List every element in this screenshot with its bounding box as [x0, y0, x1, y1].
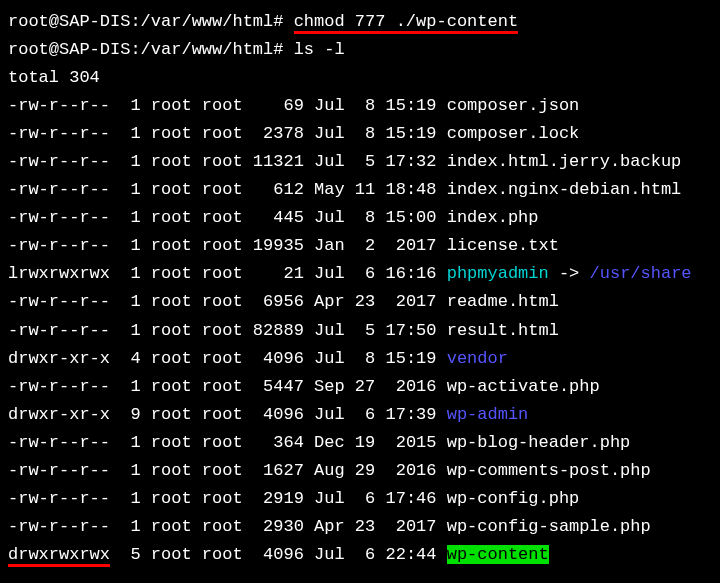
command-ls: ls -l	[294, 40, 345, 59]
file-name: readme.html	[447, 292, 559, 311]
file-name: index.nginx-debian.html	[447, 180, 682, 199]
prompt-user: root@SAP-DIS	[8, 12, 130, 31]
file-row: drwxr-xr-x 9 root root 4096 Jul 6 17:39 …	[8, 401, 712, 429]
file-row: -rw-r--r-- 1 root root 19935 Jan 2 2017 …	[8, 232, 712, 260]
file-meta: 1 root root 1627 Aug 29 2016	[110, 461, 447, 480]
symlink-target: /usr/share	[590, 264, 692, 283]
file-permissions: -rw-r--r--	[8, 461, 110, 480]
file-permissions: -rw-r--r--	[8, 433, 110, 452]
total-line: total 304	[8, 64, 712, 92]
file-name: index.html.jerry.backup	[447, 152, 682, 171]
file-meta: 5 root root 4096 Jul 6 22:44	[110, 545, 447, 564]
prompt-user: root@SAP-DIS	[8, 40, 130, 59]
file-name: vendor	[447, 349, 508, 368]
file-name: license.txt	[447, 236, 559, 255]
file-name: phpmyadmin	[447, 264, 549, 283]
file-permissions: lrwxrwxrwx	[8, 264, 110, 283]
file-name: wp-blog-header.php	[447, 433, 631, 452]
file-meta: 1 root root 6956 Apr 23 2017	[110, 292, 447, 311]
prompt-path: :/var/www/html#	[130, 12, 293, 31]
file-meta: 1 root root 445 Jul 8 15:00	[110, 208, 447, 227]
file-permissions: -rw-r--r--	[8, 517, 110, 536]
file-row: -rw-r--r-- 1 root root 2919 Jul 6 17:46 …	[8, 485, 712, 513]
file-permissions: -rw-r--r--	[8, 377, 110, 396]
file-permissions: drwxrwxrwx	[8, 545, 110, 567]
file-meta: 1 root root 2378 Jul 8 15:19	[110, 124, 447, 143]
file-permissions: drwxr-xr-x	[8, 405, 110, 424]
file-meta: 1 root root 5447 Sep 27 2016	[110, 377, 447, 396]
file-meta: 1 root root 612 May 11 18:48	[110, 180, 447, 199]
file-meta: 1 root root 69 Jul 8 15:19	[110, 96, 447, 115]
file-meta: 1 root root 21 Jul 6 16:16	[110, 264, 447, 283]
file-meta: 1 root root 364 Dec 19 2015	[110, 433, 447, 452]
file-meta: 1 root root 2930 Apr 23 2017	[110, 517, 447, 536]
file-meta: 1 root root 11321 Jul 5 17:32	[110, 152, 447, 171]
file-row: -rw-r--r-- 1 root root 1627 Aug 29 2016 …	[8, 457, 712, 485]
file-meta: 1 root root 2919 Jul 6 17:46	[110, 489, 447, 508]
file-permissions: -rw-r--r--	[8, 321, 110, 340]
file-row: -rw-r--r-- 1 root root 2378 Jul 8 15:19 …	[8, 120, 712, 148]
file-name: wp-activate.php	[447, 377, 600, 396]
file-row: drwxrwxrwx 5 root root 4096 Jul 6 22:44 …	[8, 541, 712, 569]
file-name: composer.lock	[447, 124, 580, 143]
file-name: wp-comments-post.php	[447, 461, 651, 480]
file-name: index.php	[447, 208, 539, 227]
file-row: -rw-r--r-- 1 root root 5447 Sep 27 2016 …	[8, 373, 712, 401]
file-row: -rw-r--r-- 1 root root 612 May 11 18:48 …	[8, 176, 712, 204]
file-row: -rw-r--r-- 1 root root 69 Jul 8 15:19 co…	[8, 92, 712, 120]
file-row: -rw-r--r-- 1 root root 6956 Apr 23 2017 …	[8, 288, 712, 316]
prompt-line-2: root@SAP-DIS:/var/www/html# ls -l	[8, 36, 712, 64]
file-permissions: -rw-r--r--	[8, 152, 110, 171]
prompt-line-1: root@SAP-DIS:/var/www/html# chmod 777 ./…	[8, 8, 712, 36]
file-permissions: -rw-r--r--	[8, 96, 110, 115]
file-name: wp-config.php	[447, 489, 580, 508]
file-meta: 1 root root 82889 Jul 5 17:50	[110, 321, 447, 340]
file-permissions: drwxr-xr-x	[8, 349, 110, 368]
command-chmod: chmod 777 ./wp-content	[294, 12, 518, 34]
file-row: -rw-r--r-- 1 root root 445 Jul 8 15:00 i…	[8, 204, 712, 232]
file-permissions: -rw-r--r--	[8, 236, 110, 255]
file-row: -rw-r--r-- 1 root root 11321 Jul 5 17:32…	[8, 148, 712, 176]
file-listing: -rw-r--r-- 1 root root 69 Jul 8 15:19 co…	[8, 92, 712, 569]
file-meta: 1 root root 19935 Jan 2 2017	[110, 236, 447, 255]
prompt-path: :/var/www/html#	[130, 40, 293, 59]
file-meta: 4 root root 4096 Jul 8 15:19	[110, 349, 447, 368]
file-meta: 9 root root 4096 Jul 6 17:39	[110, 405, 447, 424]
file-row: lrwxrwxrwx 1 root root 21 Jul 6 16:16 ph…	[8, 260, 712, 288]
file-row: -rw-r--r-- 1 root root 82889 Jul 5 17:50…	[8, 317, 712, 345]
file-row: -rw-r--r-- 1 root root 2930 Apr 23 2017 …	[8, 513, 712, 541]
symlink-arrow: ->	[549, 264, 590, 283]
file-name: wp-admin	[447, 405, 529, 424]
file-name: result.html	[447, 321, 559, 340]
file-permissions: -rw-r--r--	[8, 124, 110, 143]
file-permissions: -rw-r--r--	[8, 208, 110, 227]
file-name: wp-config-sample.php	[447, 517, 651, 536]
file-permissions: -rw-r--r--	[8, 489, 110, 508]
file-name: wp-content	[447, 545, 549, 564]
file-permissions: -rw-r--r--	[8, 180, 110, 199]
file-name: composer.json	[447, 96, 580, 115]
file-row: drwxr-xr-x 4 root root 4096 Jul 8 15:19 …	[8, 345, 712, 373]
file-row: -rw-r--r-- 1 root root 364 Dec 19 2015 w…	[8, 429, 712, 457]
file-permissions: -rw-r--r--	[8, 292, 110, 311]
